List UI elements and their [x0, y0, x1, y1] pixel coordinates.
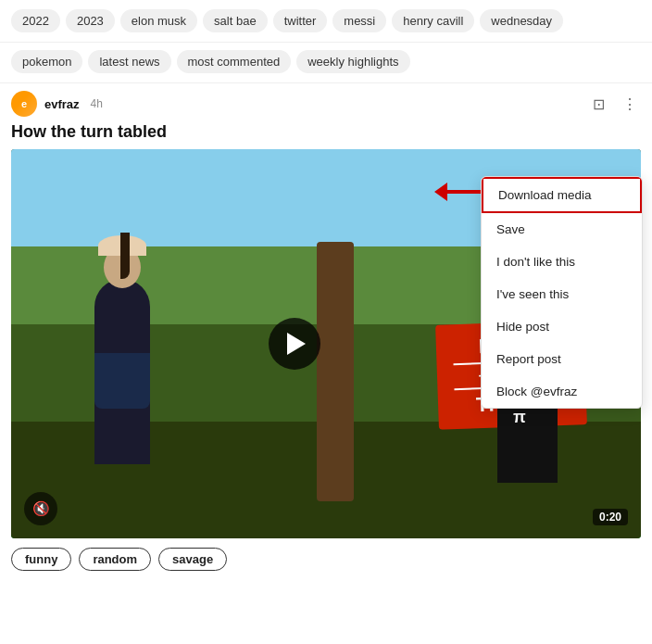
menu-hide[interactable]: Hide post — [482, 310, 642, 343]
avatar: e — [11, 91, 37, 117]
dropdown-menu: Download mediaSaveI don't like thisI've … — [481, 176, 643, 409]
tag-random[interactable]: random — [79, 548, 151, 571]
post-tags-row: funnyrandomsavage — [0, 538, 652, 582]
menu-dislike[interactable]: I don't like this — [482, 246, 642, 278]
more-icon: ⋮ — [622, 95, 637, 113]
post-time: 4h — [91, 97, 103, 110]
top-tags-row: 20222023elon musksalt baetwittermessihen… — [0, 0, 652, 43]
tag-twitter[interactable]: twitter — [273, 9, 328, 32]
tag-elon-musk[interactable]: elon musk — [120, 9, 197, 32]
tag-henry-cavill[interactable]: henry cavill — [392, 9, 474, 32]
post-actions: ⊡ ⋮ — [587, 93, 641, 115]
play-icon — [287, 333, 306, 355]
post-header: e evfraz 4h ⊡ ⋮ — [0, 83, 652, 120]
tag-pokemon[interactable]: pokemon — [11, 50, 82, 73]
duration-badge: 0:20 — [593, 509, 628, 525]
tag-2023[interactable]: 2023 — [66, 9, 115, 32]
arrow-indicator — [434, 183, 481, 201]
tag-funny[interactable]: funny — [11, 548, 71, 571]
save-icon: ⊡ — [593, 95, 605, 113]
menu-seen[interactable]: I've seen this — [482, 278, 642, 310]
tag-latest-news[interactable]: latest news — [88, 50, 170, 73]
menu-download[interactable]: Download media — [482, 177, 642, 213]
tag-wednesday[interactable]: wednesday — [480, 9, 563, 32]
play-button[interactable] — [269, 318, 320, 370]
bottom-tags-row: pokemonlatest newsmost commentedweekly h… — [0, 43, 652, 83]
tag-messi[interactable]: messi — [332, 9, 386, 32]
tag-most-commented[interactable]: most commented — [177, 50, 292, 73]
tag-weekly-highlights[interactable]: weekly highlights — [296, 50, 409, 73]
tag-2022[interactable]: 2022 — [11, 9, 60, 32]
tag-salt-bae[interactable]: salt bae — [203, 9, 268, 32]
mute-button[interactable]: 🔇 — [24, 492, 57, 525]
arrow-head — [434, 183, 447, 201]
post-user: e evfraz 4h — [11, 91, 103, 117]
post-title: How the turn tabled — [0, 120, 652, 149]
menu-save[interactable]: Save — [482, 213, 642, 246]
more-options-button[interactable]: ⋮ — [619, 93, 641, 115]
save-post-button[interactable]: ⊡ — [587, 93, 609, 115]
tag-savage[interactable]: savage — [158, 548, 227, 571]
menu-block[interactable]: Block @evfraz — [482, 375, 642, 408]
post-container: e evfraz 4h ⊡ ⋮ How the turn tabled — [0, 83, 652, 582]
mute-icon: 🔇 — [32, 500, 50, 517]
arrow-body — [447, 190, 481, 194]
username: evfraz — [44, 97, 80, 111]
menu-report[interactable]: Report post — [482, 343, 642, 375]
tree-trunk — [317, 242, 354, 501]
